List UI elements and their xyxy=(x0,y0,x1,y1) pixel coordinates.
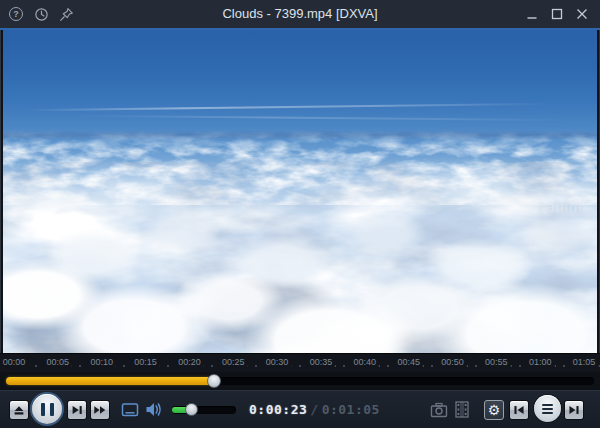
titlebar: ? Clouds - 7399.mp4 [DXVA] xyxy=(0,0,600,28)
eject-button[interactable] xyxy=(9,400,29,420)
timeline-label: 00:05 xyxy=(44,357,73,367)
seekbar-track[interactable] xyxy=(6,377,594,385)
video-area[interactable]: rahim xyxy=(3,30,597,353)
maximize-button[interactable] xyxy=(549,6,565,22)
timeline-label: 00:45 xyxy=(394,357,423,367)
volume-fill xyxy=(172,407,192,413)
time-separator: / xyxy=(310,402,318,417)
fast-forward-button[interactable] xyxy=(90,400,110,420)
timeline-label: 00:20 xyxy=(175,357,204,367)
pause-icon xyxy=(41,403,54,416)
window-title: Clouds - 7399.mp4 [DXVA] xyxy=(0,0,600,28)
foreground-clouds xyxy=(3,30,597,353)
gear-icon: ⚙ xyxy=(488,402,501,418)
timeline-label: 00:00 xyxy=(0,357,28,367)
film-strip-icon[interactable] xyxy=(455,401,469,418)
total-time: 0:01:05 xyxy=(322,402,380,417)
pin-icon[interactable] xyxy=(58,6,74,22)
video-watermark: rahim xyxy=(540,198,583,215)
screenshot-camera-icon[interactable] xyxy=(430,402,448,418)
timeline-label: 01:00 xyxy=(526,357,555,367)
current-time: 0:00:23 xyxy=(249,402,307,417)
timeline-label: 00:10 xyxy=(87,357,116,367)
next-button[interactable] xyxy=(564,400,584,420)
frame-step-button[interactable] xyxy=(67,400,87,420)
seekbar-handle[interactable] xyxy=(207,374,221,388)
volume-handle[interactable] xyxy=(185,403,198,416)
timeline-label: 00:30 xyxy=(263,357,292,367)
pause-button[interactable] xyxy=(32,394,62,424)
seekbar[interactable] xyxy=(0,372,600,390)
timeline-label: 00:35 xyxy=(307,357,336,367)
previous-button[interactable] xyxy=(509,400,529,420)
volume-slider[interactable] xyxy=(172,406,236,414)
close-button[interactable] xyxy=(574,6,590,22)
playlist-button[interactable] xyxy=(534,395,561,422)
display-icon[interactable] xyxy=(121,402,139,418)
settings-gear-button[interactable]: ⚙ xyxy=(484,400,504,420)
minimize-button[interactable] xyxy=(524,6,540,22)
time-display: 0:00:23/0:01:05 xyxy=(249,402,380,417)
timeline-label: 00:25 xyxy=(219,357,248,367)
timeline-label: 00:55 xyxy=(482,357,511,367)
player-window: ? Clouds - 7399.mp4 [DXVA] xyxy=(0,0,600,428)
help-icon[interactable]: ? xyxy=(8,6,24,22)
timeline-label: 00:15 xyxy=(131,357,160,367)
timeline-ruler[interactable]: 00:00 00:05 00:10 00:15 00:20 00:25 00:3… xyxy=(0,353,600,372)
timeline-label: 00:50 xyxy=(438,357,467,367)
seekbar-progress xyxy=(6,377,214,385)
clock-icon[interactable] xyxy=(33,6,49,22)
timeline-label: 00:40 xyxy=(351,357,380,367)
speaker-icon[interactable] xyxy=(145,401,163,418)
control-bar: 0:00:23/0:01:05 ⚙ xyxy=(0,390,600,428)
timeline-label: 01:05 xyxy=(570,357,599,367)
playlist-icon xyxy=(542,402,553,416)
